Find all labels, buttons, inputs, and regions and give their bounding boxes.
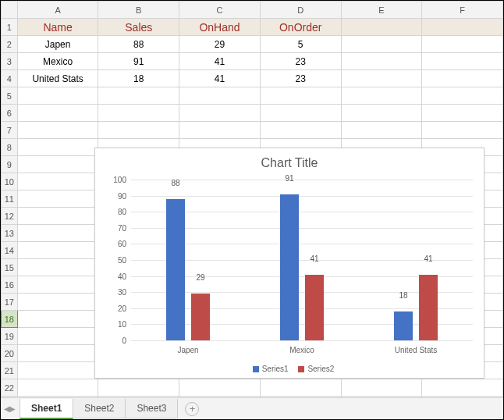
cell[interactable] (341, 19, 422, 36)
tab-sheet2[interactable]: Sheet2 (73, 399, 126, 418)
col-header-E[interactable]: E (341, 2, 422, 19)
row-header[interactable]: 11 (2, 190, 18, 208)
cell[interactable] (17, 87, 98, 105)
cell[interactable] (17, 259, 98, 276)
row-header[interactable]: 4 (2, 70, 18, 87)
row-header[interactable]: 14 (2, 242, 18, 259)
cell[interactable]: OnOrder (260, 19, 341, 36)
select-all-cell[interactable] (2, 2, 18, 19)
cell[interactable]: OnHand (179, 19, 261, 36)
cell[interactable] (17, 173, 98, 190)
tab-sheet3[interactable]: Sheet3 (125, 399, 178, 418)
row-header[interactable]: 15 (2, 259, 18, 276)
cell[interactable]: 18 (98, 70, 179, 87)
cell[interactable]: 41 (179, 53, 261, 70)
cell[interactable] (98, 105, 179, 122)
cell[interactable] (179, 87, 261, 105)
row-header[interactable]: 9 (2, 156, 18, 173)
embedded-chart[interactable]: Chart Title 0102030405060708090100Japen8… (94, 148, 484, 379)
cell[interactable] (422, 36, 503, 53)
chart-legend: Series1 Series2 (95, 365, 484, 373)
cell[interactable] (260, 122, 341, 139)
cell[interactable] (260, 87, 341, 105)
row-header[interactable]: 20 (2, 345, 18, 362)
cell[interactable] (17, 311, 98, 328)
cell[interactable]: Japen (17, 36, 98, 53)
cell[interactable] (422, 105, 503, 122)
row-header[interactable]: 2 (2, 36, 18, 53)
cell[interactable] (17, 225, 98, 242)
cell[interactable] (98, 379, 179, 397)
row-header[interactable]: 16 (2, 276, 18, 294)
cell[interactable] (422, 87, 503, 105)
row-header[interactable]: 5 (2, 87, 18, 105)
cell[interactable] (17, 122, 98, 139)
row-header[interactable]: 7 (2, 122, 18, 139)
col-header-D[interactable]: D (260, 2, 341, 19)
cell[interactable] (341, 105, 422, 122)
row-header[interactable]: 21 (2, 362, 18, 379)
cell[interactable] (17, 242, 98, 259)
cell[interactable] (422, 53, 503, 70)
row-header[interactable]: 8 (2, 139, 18, 156)
cell[interactable] (17, 139, 98, 156)
cell[interactable] (17, 379, 98, 397)
cell[interactable]: United Stats (17, 70, 98, 87)
row-header[interactable]: 22 (2, 379, 18, 397)
cell[interactable] (260, 379, 341, 397)
cell[interactable] (17, 208, 98, 225)
cell[interactable] (17, 190, 98, 208)
cell[interactable] (179, 105, 261, 122)
col-header-F[interactable]: F (422, 2, 503, 19)
cell[interactable] (422, 122, 503, 139)
cell[interactable] (17, 156, 98, 173)
cell[interactable] (422, 379, 503, 397)
cell[interactable] (98, 122, 179, 139)
tab-sheet1[interactable]: Sheet1 (20, 399, 73, 419)
tab-nav-icon[interactable]: ◀ ▶ (4, 404, 14, 413)
row-header[interactable]: 17 (2, 294, 18, 311)
cell[interactable]: Name (17, 19, 98, 36)
row-header[interactable]: 6 (2, 105, 18, 122)
legend-label: Series2 (307, 365, 334, 373)
cell[interactable]: 23 (260, 70, 341, 87)
cell[interactable] (179, 122, 261, 139)
cell[interactable] (341, 379, 422, 397)
cell[interactable] (422, 70, 503, 87)
cell[interactable]: 5 (260, 36, 341, 53)
new-sheet-icon[interactable]: + (185, 402, 199, 416)
row-header[interactable]: 1 (2, 19, 18, 36)
col-header-A[interactable]: A (17, 2, 98, 19)
cell[interactable] (341, 36, 422, 53)
cell[interactable]: Mexico (17, 53, 98, 70)
row-header[interactable]: 3 (2, 53, 18, 70)
cell[interactable]: 23 (260, 53, 341, 70)
cell[interactable]: 29 (179, 36, 261, 53)
cell[interactable] (17, 294, 98, 311)
cell[interactable] (179, 379, 261, 397)
cell[interactable] (341, 53, 422, 70)
cell[interactable] (98, 87, 179, 105)
cell[interactable]: 88 (98, 36, 179, 53)
cell[interactable]: 91 (98, 53, 179, 70)
col-header-C[interactable]: C (179, 2, 261, 19)
cell[interactable]: Sales (98, 19, 179, 36)
row-header[interactable]: 12 (2, 208, 18, 225)
row-header[interactable]: 18 (2, 311, 18, 328)
cell[interactable] (17, 105, 98, 122)
cell[interactable] (341, 87, 422, 105)
cell[interactable] (17, 345, 98, 362)
col-header-B[interactable]: B (98, 2, 179, 19)
row-header[interactable]: 10 (2, 173, 18, 190)
y-tick-label: 100 (105, 176, 131, 184)
cell[interactable] (341, 122, 422, 139)
cell[interactable] (17, 276, 98, 294)
cell[interactable] (341, 70, 422, 87)
cell[interactable]: 41 (179, 70, 261, 87)
cell[interactable] (422, 19, 503, 36)
row-header[interactable]: 13 (2, 225, 18, 242)
row-header[interactable]: 19 (2, 328, 18, 345)
cell[interactable] (260, 105, 341, 122)
cell[interactable] (17, 362, 98, 379)
cell[interactable] (17, 328, 98, 345)
